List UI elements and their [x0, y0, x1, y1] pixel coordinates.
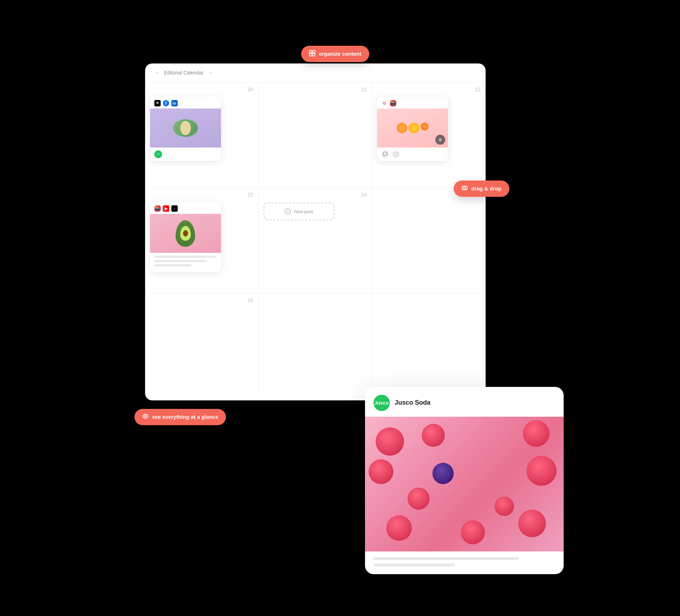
cell-number-21: 21 — [361, 87, 367, 92]
calendar-top-bar: ← Editorial Calendar → — [145, 63, 486, 82]
instagram-icon-2: 📷 — [154, 205, 161, 212]
google-icon: G — [381, 100, 388, 106]
linkedin-icon: in — [171, 100, 178, 106]
post-card-header-3: 📷 ▶ ♪ — [150, 202, 221, 214]
layout-icon — [309, 50, 315, 58]
cell-number-24: 24 — [361, 192, 367, 198]
grid-cell-24: 24 + New post — [259, 188, 372, 293]
youtube-icon: ▶ — [163, 205, 169, 212]
drag-drop-label: drag & drop — [471, 185, 502, 192]
eye-icon — [142, 413, 149, 421]
berry-7 — [461, 520, 485, 544]
organize-content-label: organize content — [319, 51, 361, 57]
preview-header: Jusco Jusco Soda — [365, 387, 564, 417]
avocado-inner — [180, 226, 191, 241]
berry-3 — [523, 420, 549, 447]
post-card-footer: ✓ — [150, 148, 221, 161]
berry-9 — [408, 488, 430, 510]
berry-6 — [386, 515, 412, 541]
calendar-grid-rows: 20 ✕ f in ✓ — [145, 82, 486, 399]
citrus-slice-3 — [421, 123, 429, 131]
citrus-image: ⊕ — [377, 109, 448, 148]
drag-icon — [461, 185, 468, 193]
plus-icon: + — [284, 208, 291, 215]
melon-inner — [180, 121, 191, 135]
clock-icon: 🕐 — [392, 150, 400, 158]
svg-rect-1 — [313, 50, 315, 53]
grid-cell-20: 20 ✕ f in ✓ — [145, 82, 259, 188]
drag-drop-badge: drag & drop — [454, 181, 509, 197]
see-everything-badge: see everything at a glance — [134, 409, 226, 425]
new-post-label: New post — [294, 209, 313, 214]
grid-cell-26: 26 — [145, 293, 259, 399]
berry-10 — [494, 496, 514, 516]
cell-number-26: 26 — [248, 298, 253, 303]
post-card-citrus[interactable]: G 📷 ⊕ 💬 🕐 — [377, 96, 448, 161]
brand-logo: Jusco — [374, 395, 390, 411]
text-line-2 — [154, 260, 208, 262]
avocado-shape — [176, 220, 195, 247]
avocado-seed — [183, 230, 188, 237]
svg-rect-2 — [309, 54, 312, 56]
tiktok-icon: ♪ — [171, 205, 178, 212]
preview-text-line-2 — [374, 564, 455, 566]
left-arrow-icon[interactable]: ← — [155, 70, 160, 76]
svg-rect-3 — [313, 54, 315, 56]
facebook-icon: f — [163, 100, 169, 106]
cell-number-22: 22 — [475, 87, 481, 92]
berry-2 — [422, 424, 445, 447]
organize-content-badge: organize content — [301, 46, 369, 62]
calendar-grid: ← Editorial Calendar → 20 ✕ f in — [145, 63, 486, 400]
berry-5 — [526, 456, 557, 486]
preview-footer — [365, 551, 564, 574]
preview-image — [365, 417, 564, 551]
preview-card: Jusco Jusco Soda — [365, 387, 564, 574]
berry-1 — [376, 427, 404, 456]
instagram-icon: 📷 — [390, 100, 396, 106]
citrus-slice-2 — [409, 123, 419, 133]
svg-point-5 — [144, 415, 146, 417]
grid-cell-empty-1 — [259, 293, 372, 399]
post-card-icons: 💬 🕐 — [377, 148, 448, 161]
grid-cell-25: 25 — [372, 188, 486, 293]
post-text-lines — [150, 253, 221, 272]
post-card-header-2: G 📷 — [377, 96, 448, 109]
comment-icon: 💬 — [381, 150, 389, 158]
grid-cell-21: 21 — [259, 82, 372, 188]
right-arrow-icon[interactable]: → — [208, 70, 213, 76]
check-icon: ✓ — [154, 150, 162, 158]
citrus-fruits — [397, 123, 429, 133]
new-post-placeholder[interactable]: + New post — [264, 202, 335, 220]
citrus-slice-1 — [397, 123, 407, 133]
berry-4 — [369, 459, 393, 484]
see-everything-label: see everything at a glance — [152, 414, 219, 420]
text-line-3 — [154, 264, 192, 266]
cell-number-20: 20 — [248, 87, 253, 92]
avocado-image — [150, 214, 221, 253]
melon-image — [150, 109, 221, 148]
cell-number-23: 23 — [248, 192, 253, 198]
svg-rect-0 — [309, 50, 312, 53]
melon-shape — [173, 119, 198, 137]
berry-8 — [518, 510, 546, 537]
grid-cell-22: 22 G 📷 ⊕ 💬 — [372, 82, 486, 188]
grid-cell-empty-2 — [372, 293, 486, 399]
brand-name: Jusco Soda — [395, 399, 431, 406]
x-icon: ✕ — [154, 100, 161, 106]
citrus-overlay-icon: ⊕ — [435, 135, 445, 145]
grid-cell-23: 23 📷 ▶ ♪ — [145, 188, 259, 293]
calendar-title: Editorial Calendar — [164, 70, 204, 76]
text-line-1 — [154, 256, 217, 258]
blackberry-1 — [432, 463, 454, 484]
main-scene: ← Editorial Calendar → 20 ✕ f in — [145, 42, 535, 574]
post-card-melon[interactable]: ✕ f in ✓ — [150, 96, 221, 161]
preview-text-line-1 — [374, 557, 519, 560]
post-card-avocado[interactable]: 📷 ▶ ♪ — [150, 202, 221, 272]
post-card-header: ✕ f in — [150, 96, 221, 109]
brand-logo-text: Jusco — [374, 400, 388, 406]
